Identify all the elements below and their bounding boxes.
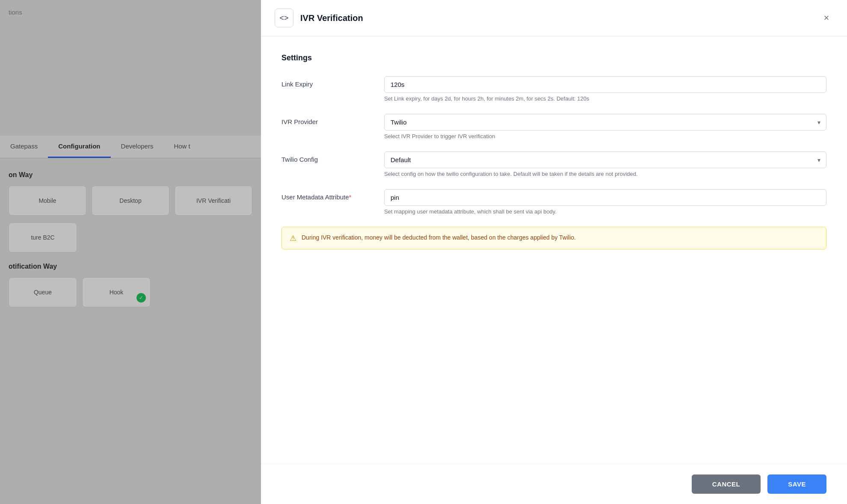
label-user-metadata: User Metadata Attribute* [281,189,384,201]
warning-text: During IVR verification, money will be d… [302,233,576,242]
warning-icon: ⚠ [290,234,296,243]
input-user-metadata[interactable] [384,189,826,206]
field-user-metadata: Set mapping user metadata attribute, whi… [384,189,826,215]
label-twilio-config: Twilio Config [281,151,384,163]
select-twilio-config[interactable]: Default [384,151,826,168]
select-wrapper-ivr-provider: Twilio ▾ [384,114,826,130]
select-wrapper-twilio-config: Default ▾ [384,151,826,168]
label-ivr-provider: IVR Provider [281,114,384,125]
required-star: * [349,193,352,201]
label-link-expiry: Link Expiry [281,76,384,88]
modal-panel: <> IVR Verification × Settings Link Expi… [261,0,847,504]
form-row-link-expiry: Link Expiry Set Link expiry, for days 2d… [281,76,826,102]
hint-twilio-config: Select config on how the twilio configur… [384,171,826,177]
hint-link-expiry: Set Link expiry, for days 2d, for hours … [384,95,826,102]
input-link-expiry[interactable] [384,76,826,93]
form-row-user-metadata: User Metadata Attribute* Set mapping use… [281,189,826,215]
modal-title: IVR Verification [300,13,813,23]
field-link-expiry: Set Link expiry, for days 2d, for hours … [384,76,826,102]
warning-box: ⚠ During IVR verification, money will be… [281,227,826,249]
overlay [0,0,261,504]
settings-heading: Settings [281,53,826,62]
select-ivr-provider[interactable]: Twilio [384,114,826,130]
form-row-ivr-provider: IVR Provider Twilio ▾ Select IVR Provide… [281,114,826,139]
hint-user-metadata: Set mapping user metadata attribute, whi… [384,208,826,215]
modal-footer: CANCEL SAVE [261,464,847,504]
form-row-twilio-config: Twilio Config Default ▾ Select config on… [281,151,826,177]
modal-body: Settings Link Expiry Set Link expiry, fo… [261,36,847,464]
cancel-button[interactable]: CANCEL [692,474,761,494]
save-button[interactable]: SAVE [767,474,826,494]
modal-code-icon: <> [275,9,293,27]
close-button[interactable]: × [820,11,833,25]
field-ivr-provider: Twilio ▾ Select IVR Provider to trigger … [384,114,826,139]
hint-ivr-provider: Select IVR Provider to trigger IVR verif… [384,133,826,139]
field-twilio-config: Default ▾ Select config on how the twili… [384,151,826,177]
modal-header: <> IVR Verification × [261,0,847,36]
